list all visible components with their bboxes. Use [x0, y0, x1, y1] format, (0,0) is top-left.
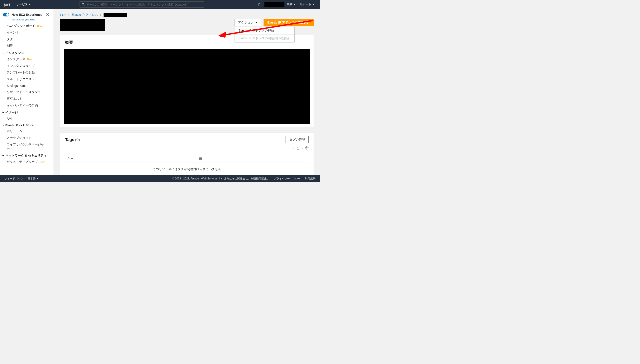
new-experience-label: New EC2 Experience — [12, 13, 43, 16]
caret-down-icon — [2, 112, 4, 113]
copyright: © 2008 - 2021, Amazon Web Services, Inc.… — [172, 177, 269, 180]
page-number: 1 — [297, 146, 299, 150]
actions-dropdown-menu: Elastic IP アドレスの解放 Elastic IP アドレスの関連付けの… — [234, 27, 295, 42]
breadcrumb-eip[interactable]: Elastic IP アドレス — [72, 13, 98, 17]
settings-button[interactable] — [305, 146, 309, 150]
terms-link[interactable]: 利用規約 — [305, 177, 316, 180]
sidebar-item-2-1[interactable]: スナップショット — [0, 134, 54, 141]
sidebar-item-0-6[interactable]: 専有ホスト — [0, 96, 54, 102]
chevron-right-icon: › — [68, 13, 69, 17]
search-icon — [82, 3, 85, 6]
sidebar-item-0-2[interactable]: テンプレートの起動 — [0, 69, 54, 76]
sidebar-item-0-5[interactable]: リザーブドインスタンス — [0, 89, 54, 96]
associate-eip-button[interactable]: Elastic IP アドレスの関連付け — [264, 19, 314, 26]
prev-page-button[interactable]: ‹ — [293, 146, 294, 150]
tags-pagination: ‹ 1 › — [293, 146, 303, 150]
svg-line-1 — [84, 5, 84, 6]
caret-up-icon — [255, 22, 258, 23]
caret-down-icon — [29, 4, 31, 5]
region-selector[interactable]: 東京 — [284, 2, 298, 6]
tags-header: Tags (0) タグの管理 — [65, 136, 309, 143]
global-search[interactable] — [80, 1, 204, 8]
actions-label: アクション — [238, 21, 254, 25]
tell-us-link[interactable]: Tell us what you think — [12, 18, 54, 21]
account-redacted[interactable] — [264, 2, 284, 7]
region-label: 東京 — [287, 2, 292, 6]
new-badge: New — [37, 25, 43, 27]
caret-down-icon — [2, 125, 4, 126]
caret-down-icon — [294, 4, 295, 5]
action-release-eip[interactable]: Elastic IP アドレスの解放 — [234, 27, 294, 35]
tags-title: Tags — [65, 138, 74, 142]
tags-empty-message: このリソースにはタグが関連付けられていません — [65, 163, 309, 175]
services-menu[interactable]: サービス — [14, 2, 33, 6]
language-selector[interactable]: 日本語 — [28, 177, 39, 180]
support-label: サポート — [300, 2, 311, 6]
sidebar-header: New EC2 Experience ✕ — [0, 9, 54, 19]
actions-dropdown-button[interactable]: アクション — [234, 19, 261, 26]
sidebar-item-0[interactable]: EC2 ダッシュボード New — [0, 23, 54, 29]
sidebar-section-1[interactable]: イメージ — [0, 109, 54, 116]
aws-logo[interactable]: aws — [4, 2, 10, 7]
services-label: サービス — [16, 2, 28, 6]
chevron-right-icon: › — [100, 13, 101, 17]
sidebar-item-3-0[interactable]: セキュリティグループ New — [0, 158, 54, 165]
sidebar-item-0-1[interactable]: インスタンスタイプ — [0, 63, 54, 69]
breadcrumb: EC2 › Elastic IP アドレス › — [60, 13, 314, 17]
breadcrumb-current-redacted — [104, 13, 127, 17]
sidebar-item-2[interactable]: タグ — [0, 36, 54, 43]
sidebar-item-1[interactable]: イベント — [0, 29, 54, 36]
search-input[interactable] — [86, 3, 202, 6]
top-nav: aws サービス 東京 サポート — [0, 0, 320, 9]
cloudshell-icon — [258, 3, 262, 6]
tags-table: キー 値 このリソースにはタグが関連付けられていません — [65, 155, 309, 175]
associate-label: Elastic IP アドレスの関連付け — [267, 21, 310, 25]
caret-down-icon — [2, 53, 4, 54]
sidebar-section-3[interactable]: ネットワーク & セキュリティ — [0, 152, 54, 158]
next-page-button[interactable]: › — [302, 146, 303, 150]
feedback-link[interactable]: フィードバック — [5, 177, 23, 180]
support-menu[interactable]: サポート — [298, 2, 316, 6]
caret-down-icon — [312, 4, 314, 5]
action-disassociate-eip: Elastic IP アドレスの関連付けの解除 — [234, 35, 294, 42]
manage-tags-button[interactable]: タグの管理 — [286, 136, 309, 143]
footer: フィードバック 日本語 © 2008 - 2021, Amazon Web Se… — [0, 175, 320, 182]
new-badge: New — [27, 58, 33, 61]
new-badge: New — [39, 160, 45, 163]
sidebar-item-3[interactable]: 制限 — [0, 43, 54, 49]
new-experience-toggle[interactable] — [3, 13, 9, 16]
tags-panel: Tags (0) タグの管理 ‹ 1 › キー 値 — [60, 132, 314, 175]
caret-down-icon — [37, 178, 39, 179]
main-content: EC2 › Elastic IP アドレス › アクション Elastic IP… — [54, 9, 320, 175]
privacy-link[interactable]: プライバシーポリシー — [274, 177, 300, 180]
page-header: アクション Elastic IP アドレスの解放 Elastic IP アドレス… — [60, 19, 314, 31]
tags-table-header: キー 値 — [65, 155, 309, 163]
breadcrumb-ec2[interactable]: EC2 — [60, 13, 66, 17]
svg-point-0 — [82, 3, 84, 5]
sidebar-item-2-2[interactable]: ライフサイクルマネージャー — [0, 141, 54, 152]
tags-col-key: キー — [67, 157, 199, 161]
gear-icon — [305, 146, 309, 150]
sidebar-close-button[interactable]: ✕ — [45, 11, 51, 18]
page-header-actions: アクション Elastic IP アドレスの解放 Elastic IP アドレス… — [234, 19, 314, 26]
caret-down-icon — [2, 155, 4, 156]
sidebar-item-0-4[interactable]: Savings Plans — [0, 82, 54, 89]
summary-content-redacted — [64, 49, 310, 124]
tags-col-value: 値 — [199, 157, 306, 161]
sidebar-section-0[interactable]: インスタンス — [0, 49, 54, 56]
svg-point-2 — [306, 148, 307, 148]
sidebar-item-0-3[interactable]: スポットリクエスト — [0, 76, 54, 82]
sidebar-item-0-7[interactable]: キャパシティーの予約 — [0, 102, 54, 109]
sidebar-item-2-0[interactable]: ボリューム — [0, 128, 54, 134]
ec2-sidebar: New EC2 Experience ✕ Tell us what you th… — [0, 9, 54, 175]
tags-count: (0) — [75, 138, 80, 142]
page-title-redacted — [60, 19, 105, 31]
summary-panel: 概要 — [60, 35, 314, 127]
sidebar-item-1-0[interactable]: AMI — [0, 116, 54, 122]
sidebar-item-0-0[interactable]: インスタンス New — [0, 56, 54, 63]
sidebar-section-2[interactable]: Elastic Block Store — [0, 122, 54, 128]
cloudshell-button[interactable] — [256, 3, 264, 6]
